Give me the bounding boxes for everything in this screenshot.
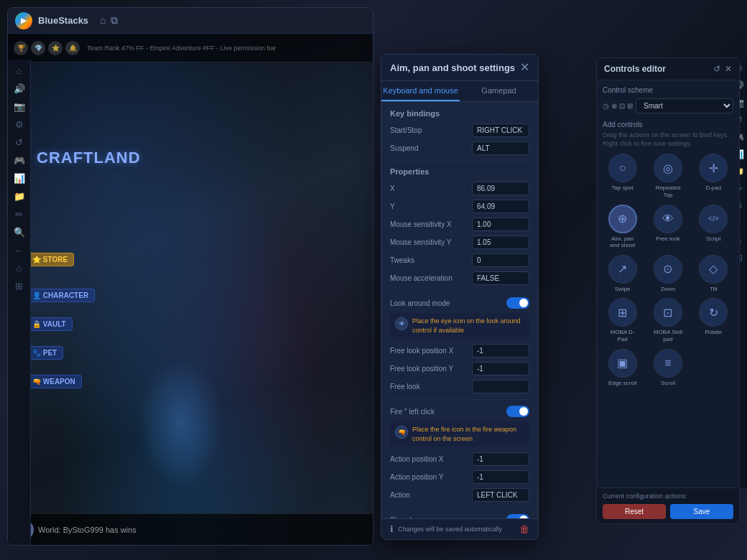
ce-reset-button[interactable]: Reset (603, 504, 666, 519)
fire-hint-row: 🔫 Place the fire icon in the fire weapon… (390, 421, 529, 447)
panel-back2-icon[interactable]: ⌂ (17, 263, 22, 274)
x-input[interactable] (472, 182, 529, 195)
footer-delete-icon[interactable]: 🗑 (519, 523, 529, 535)
ce-refresh-icon[interactable]: ↺ (713, 64, 720, 74)
footer-text: Changes will be saved automatically (398, 526, 515, 533)
game-nav-text: Team Rank 47% FF - Empire Adventure #FF … (87, 45, 277, 52)
y-label: Y (390, 202, 466, 210)
ce-control-dpad[interactable]: ✛ D-pad (694, 154, 733, 198)
tab-keyboard-mouse[interactable]: Keyboard and mouse (381, 81, 460, 101)
ce-control-moba-skill[interactable]: ⊡ MOBA Skillpad (648, 298, 687, 342)
free-look-input[interactable] (472, 380, 529, 393)
start-stop-input[interactable] (472, 123, 529, 137)
look-around-toggle[interactable] (506, 297, 529, 309)
y-input[interactable] (472, 200, 529, 213)
ce-control-rotate[interactable]: ↻ Rotate (694, 298, 733, 342)
chat-text: World: ByStoG999 has wins (38, 526, 136, 534)
action-input[interactable] (472, 488, 529, 502)
ce-control-free-look-icon: 👁 (654, 205, 682, 233)
fire-toggle[interactable] (506, 406, 529, 417)
ce-control-aim-pan[interactable]: ⊕ Aim, panand shoot (603, 205, 642, 249)
modal-close-button[interactable]: ✕ (520, 62, 529, 73)
ce-control-rotate-icon: ↻ (699, 298, 728, 327)
ce-control-tap-spot[interactable]: ○ Tap spot (603, 154, 642, 198)
craftland-title: CRAFTLAND (37, 149, 180, 167)
ce-control-moba-dpad[interactable]: ⊞ MOBA D-Pad (603, 298, 642, 342)
home-icon[interactable]: ⌂ (100, 14, 106, 27)
mouse-accel-input[interactable] (472, 271, 529, 285)
free-look-x-input[interactable] (472, 344, 529, 358)
tab-gamepad[interactable]: Gamepad (460, 81, 538, 101)
ce-control-tilt-label: Tilt (710, 286, 717, 293)
ce-control-moba-dpad-icon: ⊞ (608, 298, 637, 327)
ce-scheme-label: Control scheme (603, 86, 733, 94)
panel-folder-icon[interactable]: 📁 (14, 191, 25, 202)
ce-control-aim-pan-label: Aim, panand shoot (610, 235, 635, 249)
ce-control-zoom-icon: ⊙ (654, 255, 682, 284)
x-row: X (390, 182, 529, 195)
ce-control-free-look[interactable]: 👁 Free look (648, 205, 687, 249)
ce-scheme-icon-1: ◷ (603, 102, 609, 110)
controls-editor-body: Control scheme ◷ ⊕ ⊡ ⊞ Smart Add control… (597, 80, 739, 487)
divider-2 (390, 291, 529, 291)
panel-refresh-icon[interactable]: ↺ (15, 137, 23, 148)
panel-settings-icon[interactable]: ⚙ (15, 119, 24, 130)
game-icon-2: 💎 (31, 41, 45, 55)
modal-tabs: Keyboard and mouse Gamepad (381, 81, 538, 102)
game-top-bar: 🏆 💎 ⭐ 🔔 Team Rank 47% FF - Empire Advent… (8, 34, 373, 62)
store-button[interactable]: ⭐ STORE (26, 253, 74, 266)
show-keys-toggle[interactable] (506, 514, 529, 518)
ce-control-repeated-tap[interactable]: ◎ RepeatedTap (648, 154, 687, 198)
vault-button[interactable]: 🔒 VAULT (26, 317, 73, 331)
tweaks-input[interactable] (472, 253, 529, 267)
panel-apps-icon[interactable]: ⊞ (15, 281, 23, 291)
panel-pencil-icon[interactable]: ✏ (15, 209, 23, 220)
ce-control-aim-pan-icon: ⊕ (608, 205, 637, 233)
character-button[interactable]: 👤 CHARACTER (26, 289, 95, 302)
game-icon-3: ⭐ (48, 41, 62, 55)
ce-config-label: Current configuration actions: (603, 493, 733, 500)
action-pos-x-input[interactable] (472, 452, 529, 466)
mouse-sens-x-input[interactable] (472, 218, 529, 231)
ce-control-scroll[interactable]: ≡ Scroll (648, 349, 687, 387)
controls-editor-bottom: Current configuration actions: Reset Sav… (597, 487, 739, 523)
ce-control-edge-scroll[interactable]: ▣ Edge scroll (603, 349, 642, 387)
ce-control-tilt[interactable]: ◇ Tilt (694, 255, 733, 293)
ce-add-controls-label: Add controls (603, 121, 733, 129)
panel-home-icon[interactable]: ⌂ (17, 65, 22, 76)
free-look-y-input[interactable] (472, 362, 529, 375)
panel-gamepad-icon[interactable]: 🎮 (14, 155, 25, 166)
mouse-sens-y-input[interactable] (472, 235, 529, 249)
free-look-x-label: Free look position X (390, 347, 466, 355)
pet-button[interactable]: 🐾 PET (26, 346, 63, 360)
mouse-accel-label: Mouse acceleration (390, 274, 466, 282)
ce-close-icon[interactable]: ✕ (725, 64, 732, 74)
ce-control-script-label: Script (706, 235, 720, 243)
panel-perf-icon[interactable]: 📊 (14, 173, 25, 184)
start-stop-label: Start/Stop (390, 126, 466, 134)
suspend-input[interactable] (472, 141, 529, 155)
action-label: Action (390, 491, 466, 499)
ce-save-button[interactable]: Save (670, 504, 733, 519)
copy-icon[interactable]: ⧉ (111, 14, 118, 27)
craftland-area: CRAFTLAND (37, 149, 180, 167)
panel-search-icon[interactable]: 🔍 (14, 227, 25, 238)
panel-screenshot-icon[interactable]: 📷 (14, 101, 25, 112)
start-stop-row: Start/Stop (390, 123, 529, 137)
ce-controls-grid: ○ Tap spot ◎ RepeatedTap ✛ D-pad ⊕ Aim, … (603, 154, 733, 386)
ce-control-zoom[interactable]: ⊙ Zoom (648, 255, 687, 293)
action-pos-y-input[interactable] (472, 470, 529, 484)
mouse-sens-x-label: Mouse sensitivity X (390, 220, 466, 228)
controls-editor-header-icons: ↺ ✕ (713, 64, 732, 74)
ce-control-rotate-label: Rotate (705, 329, 723, 336)
panel-volume-icon[interactable]: 🔊 (14, 83, 25, 94)
show-keys-label: Show keys on-screen (390, 516, 459, 518)
ce-control-swipe[interactable]: ↗ Swipe (603, 255, 642, 293)
ce-scheme-select[interactable]: Smart (636, 98, 733, 113)
weapon-button[interactable]: 🔫 WEAPON (26, 375, 82, 388)
fire-section: Fire " left click 🔫 Place the fire icon … (390, 406, 529, 502)
mouse-sens-y-label: Mouse sensitivity Y (390, 238, 466, 246)
ce-control-script[interactable]: </> Script (694, 205, 733, 249)
panel-back-icon[interactable]: ← (14, 245, 24, 256)
tweaks-row: Tweaks (390, 253, 529, 267)
